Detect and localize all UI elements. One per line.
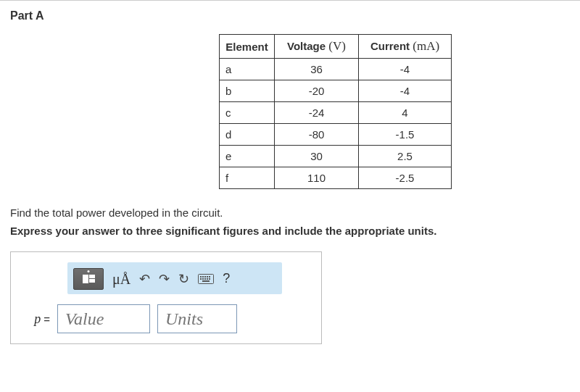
- table-row: b -20 -4: [220, 80, 452, 102]
- variable-p: p: [34, 312, 41, 326]
- cell-current: -4: [359, 80, 452, 102]
- current-unit: mA: [417, 39, 436, 53]
- cell-current: -1.5: [359, 124, 452, 146]
- svg-rect-9: [207, 278, 208, 280]
- cell-current: -4: [359, 59, 452, 80]
- cell-voltage: 110: [275, 167, 359, 189]
- table-header-row: Element Voltage (V) Current (mA): [220, 35, 452, 59]
- col-voltage: Voltage (V): [275, 35, 359, 59]
- col-current-unit-paren: (mA): [413, 39, 439, 53]
- voltage-unit: V: [333, 39, 341, 53]
- cell-element: f: [220, 167, 275, 189]
- svg-rect-6: [200, 278, 202, 280]
- cell-current: 4: [359, 102, 452, 124]
- data-table: Element Voltage (V) Current (mA) a 36 -4: [219, 34, 452, 189]
- cell-voltage: -24: [275, 102, 359, 124]
- cell-current: -2.5: [359, 167, 452, 189]
- reset-icon[interactable]: ↻: [178, 271, 189, 287]
- part-label: Part A: [0, 9, 580, 30]
- prompt-instructions: Express your answer to three significant…: [10, 225, 570, 237]
- svg-rect-11: [202, 280, 210, 282]
- col-current-label: Current: [370, 40, 410, 52]
- col-voltage-unit-paren: (V): [328, 39, 346, 53]
- svg-rect-8: [204, 278, 206, 280]
- data-table-wrap: Element Voltage (V) Current (mA) a 36 -4: [219, 34, 570, 189]
- cell-current: 2.5: [359, 146, 452, 167]
- mu-angstrom-label: μÅ: [112, 271, 130, 287]
- keyboard-icon[interactable]: [198, 274, 214, 284]
- undo-icon[interactable]: ↶: [139, 271, 150, 287]
- cell-element: d: [220, 124, 275, 146]
- equation-toolbar: μÅ ↶ ↷ ↻ ?: [67, 262, 282, 294]
- value-input[interactable]: [57, 304, 150, 333]
- table-row: a 36 -4: [220, 59, 452, 80]
- cell-voltage: 30: [275, 146, 359, 167]
- table-row: d -80 -1.5: [220, 124, 452, 146]
- help-icon[interactable]: ?: [223, 271, 230, 286]
- svg-rect-1: [200, 276, 202, 278]
- cell-voltage: -20: [275, 80, 359, 102]
- equals-sign: =: [44, 313, 50, 325]
- cell-voltage: 36: [275, 59, 359, 80]
- answer-input-row: p=: [21, 304, 311, 333]
- cell-voltage: -80: [275, 124, 359, 146]
- table-row: c -24 4: [220, 102, 452, 124]
- table-row: f 110 -2.5: [220, 167, 452, 189]
- svg-rect-2: [202, 276, 204, 278]
- cell-element: b: [220, 80, 275, 102]
- cell-element: a: [220, 59, 275, 80]
- fraction-icon: [83, 275, 95, 283]
- variable-label: p=: [21, 312, 50, 327]
- svg-rect-3: [204, 276, 206, 278]
- col-voltage-label: Voltage: [287, 40, 326, 52]
- svg-rect-4: [207, 276, 208, 278]
- redo-icon[interactable]: ↷: [159, 271, 170, 287]
- svg-rect-5: [209, 276, 210, 278]
- units-symbol-button[interactable]: μÅ: [112, 272, 130, 286]
- col-current: Current (mA): [359, 35, 452, 59]
- answer-panel: μÅ ↶ ↷ ↻ ? p=: [10, 251, 322, 344]
- templates-button[interactable]: [73, 268, 104, 290]
- svg-rect-7: [202, 278, 204, 280]
- svg-rect-10: [209, 278, 210, 280]
- col-element: Element: [220, 35, 275, 59]
- cell-element: e: [220, 146, 275, 167]
- prompt-find-power: Find the total power developed in the ci…: [10, 207, 570, 219]
- table-row: e 30 2.5: [220, 146, 452, 167]
- cell-element: c: [220, 102, 275, 124]
- units-input[interactable]: [157, 304, 237, 333]
